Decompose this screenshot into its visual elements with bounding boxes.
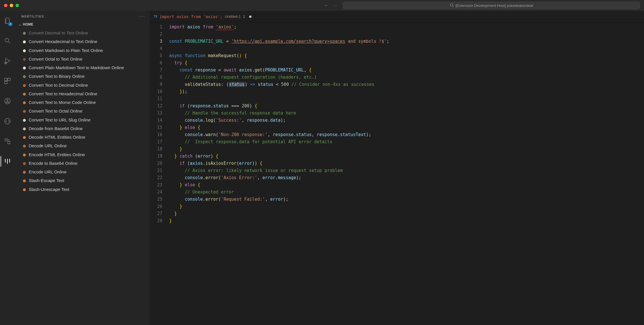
maximize-window-button[interactable]	[15, 4, 19, 7]
sidebar-item-label: Slash-Escape Text	[29, 178, 64, 183]
svg-point-2	[5, 38, 9, 42]
minimize-window-button[interactable]	[10, 4, 13, 7]
bullet-icon	[23, 179, 26, 182]
sidebar-item[interactable]: Convert Text to Decimal Online	[20, 81, 147, 90]
sidebar-item[interactable]: Convert Hexadecimal to Text Online	[20, 37, 147, 46]
sidebar-item[interactable]: Decode HTML Entities Online	[20, 133, 147, 142]
nav-back-icon[interactable]: ←	[324, 3, 329, 8]
sidebar-section-home[interactable]: ⌄ HOME	[15, 21, 150, 28]
sidebar-list[interactable]: Convert Decimal to Text OnlineConvert He…	[15, 28, 150, 200]
sidebar-item[interactable]: Encode HTML Entities Online	[20, 150, 147, 159]
svg-line-3	[8, 42, 10, 44]
activity-source-control[interactable]	[1, 94, 14, 108]
svg-rect-6	[5, 78, 7, 81]
sidebar-item[interactable]: Slash-Escape Text	[20, 176, 147, 185]
bullet-icon	[23, 188, 26, 191]
bullet-icon	[23, 154, 26, 156]
tab-subtitle: Untitled-1	[225, 14, 241, 19]
sidebar: WEBTILITIES ··· ⌄ HOME Convert Decimal t…	[15, 11, 150, 325]
bullet-icon	[23, 127, 26, 130]
sidebar-item[interactable]: Encode to Base64 Online	[20, 159, 147, 168]
sidebar-item[interactable]: Encode URL Online	[20, 168, 147, 176]
sidebar-item[interactable]: Convert Text to Morse Code Online	[20, 98, 147, 107]
search-placeholder: [Extension Development Host] pokedealors…	[456, 3, 533, 8]
sidebar-item-label: Convert Hexadecimal to Text Online	[29, 39, 97, 45]
svg-rect-15	[8, 142, 10, 144]
window-controls	[4, 4, 19, 7]
bullet-icon	[23, 119, 26, 122]
title-bar: ← → [Extension Development Host] pokedea…	[0, 0, 644, 11]
sidebar-item[interactable]: Convert Decimal to Text Online	[20, 29, 147, 37]
sidebar-item[interactable]: Convert Text to Octal Online	[20, 107, 147, 115]
sidebar-item[interactable]: Convert Markdown to Plain Text Online	[20, 46, 147, 55]
sidebar-item-label: Slash-Unescape Text	[29, 187, 69, 192]
editor-tab[interactable]: TS import axios from 'axios'; Untitled-1…	[150, 11, 256, 22]
nav-arrows: ← →	[324, 3, 338, 8]
tab-number: 1	[243, 14, 245, 19]
nav-forward-icon[interactable]: →	[333, 3, 338, 8]
sidebar-item-label: Convert Octal to Text Online	[29, 56, 82, 62]
activity-explorer[interactable]: 1	[1, 14, 14, 28]
bullet-icon	[23, 84, 26, 87]
bullet-icon	[23, 40, 26, 43]
sidebar-item-label: Decode URL Online	[29, 143, 67, 149]
tab-title: import axios from 'axios';	[160, 14, 223, 19]
bullet-icon	[23, 75, 26, 78]
language-badge: TS	[154, 15, 157, 18]
svg-point-10	[7, 99, 8, 100]
svg-rect-8	[5, 81, 7, 84]
sidebar-item[interactable]: Convert Text to Binary Online	[20, 72, 147, 81]
command-center-search[interactable]: [Extension Development Host] pokedealors…	[343, 2, 640, 9]
sidebar-item[interactable]: Convert Plain Markdown Text to Markdown …	[20, 63, 147, 72]
editor-group: TS import axios from 'axios'; Untitled-1…	[150, 11, 644, 325]
sidebar-title: WEBTILITIES	[21, 15, 44, 18]
sidebar-item-label: Convert Markdown to Plain Text Online	[29, 48, 103, 53]
chevron-down-icon: ⌄	[18, 22, 21, 26]
activity-search[interactable]	[1, 34, 14, 48]
activity-run-debug[interactable]	[1, 54, 14, 68]
bullet-icon	[23, 110, 26, 113]
bullet-icon	[23, 67, 26, 69]
activity-remote[interactable]	[1, 114, 14, 128]
sidebar-item-label: Decode from Base64 Online	[29, 126, 83, 131]
search-icon	[450, 3, 454, 8]
explorer-badge: 1	[8, 22, 13, 26]
activity-ports[interactable]	[1, 134, 14, 148]
sidebar-item-label: Encode URL Online	[29, 169, 67, 175]
svg-rect-14	[5, 139, 7, 141]
sidebar-item-label: Encode HTML Entities Online	[29, 152, 85, 158]
sidebar-item[interactable]: Convert Text to Hexadecimal Online	[20, 90, 147, 98]
svg-rect-7	[8, 78, 10, 81]
sidebar-item[interactable]: Decode URL Online	[20, 142, 147, 150]
sidebar-item-label: Convert Text to Octal Online	[29, 108, 82, 114]
sidebar-item-label: Convert Decimal to Text Online	[29, 30, 88, 36]
sidebar-item-label: Convert Text to Hexadecimal Online	[29, 91, 97, 97]
svg-line-1	[453, 6, 454, 7]
sidebar-item-label: Convert Text to Binary Online	[29, 73, 85, 79]
bullet-icon	[23, 93, 26, 96]
sidebar-item-label: Decode HTML Entities Online	[29, 134, 85, 140]
sidebar-item[interactable]: Convert Text to URL Slug Online	[20, 116, 147, 124]
activity-bar: 1	[0, 11, 15, 325]
sidebar-item[interactable]: Slash-Unescape Text	[20, 185, 147, 194]
code-content[interactable]: import axios from 'axios'; const PROBLEM…	[166, 22, 644, 325]
svg-point-12	[8, 102, 9, 103]
bullet-icon	[23, 162, 26, 165]
close-window-button[interactable]	[4, 4, 7, 7]
svg-point-0	[450, 3, 453, 6]
sidebar-item-label: Encode to Base64 Online	[29, 160, 77, 166]
sidebar-item[interactable]: Decode from Base64 Online	[20, 124, 147, 133]
sidebar-section-label: HOME	[23, 22, 33, 26]
code-editor[interactable]: 1234567891011121314151617181920212223242…	[150, 22, 644, 325]
bullet-icon	[23, 49, 26, 52]
sidebar-item-label: Convert Text to URL Slug Online	[29, 117, 91, 123]
bullet-icon	[23, 101, 26, 104]
sidebar-item[interactable]: Convert Octal to Text Online	[20, 55, 147, 63]
bullet-icon	[23, 32, 26, 35]
bullet-icon	[23, 145, 26, 148]
activity-extensions[interactable]	[1, 74, 14, 88]
activity-webtilities[interactable]	[1, 154, 14, 168]
sidebar-item-label: Convert Text to Decimal Online	[29, 82, 88, 88]
sidebar-item-label: Convert Plain Markdown Text to Markdown …	[29, 65, 124, 71]
sidebar-more-icon[interactable]: ···	[140, 14, 145, 19]
